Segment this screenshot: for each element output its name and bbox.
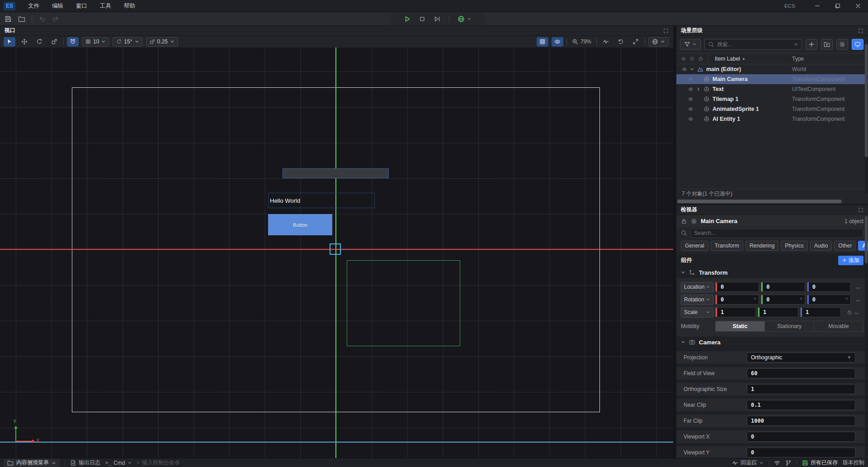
visibility-toggle-button[interactable] [552,37,563,47]
item-label-column[interactable]: Item Label▲ [715,56,745,62]
sprite-bar[interactable] [283,168,389,178]
console-command-input[interactable]: > 输入控制台命令 [137,459,180,467]
inspector-expand-icon[interactable] [858,207,863,213]
tab-rendering[interactable]: Rendering [745,241,778,251]
menu-帮助[interactable]: 帮助 [118,0,142,12]
output-log-button[interactable]: 输出日志 [70,459,100,467]
rotation-x-input[interactable]: 0° [715,295,759,305]
scale-x-input[interactable]: 1 [715,307,756,317]
mobility-movable[interactable]: Movable [814,321,863,331]
viewport-globe-dropdown[interactable] [648,37,669,47]
menu-工具[interactable]: 工具 [94,0,118,12]
scale-y-input[interactable]: 1 [758,307,798,317]
viewport-expand-icon[interactable] [663,28,669,33]
menu-编辑[interactable]: 编辑 [46,0,70,12]
tab-physics[interactable]: Physics [781,241,807,251]
hierarchy-search-input[interactable]: 搜索... [704,39,802,50]
link-values-icon[interactable]: ↔ [854,309,860,316]
minimize-button[interactable] [807,0,827,12]
traceback-dropdown[interactable]: 回追踪 [732,459,764,467]
type-column[interactable]: Type [792,56,804,62]
menu-窗口[interactable]: 窗口 [70,0,94,12]
scale-tool-button[interactable] [48,37,60,47]
platform-dropdown[interactable] [458,15,472,23]
menu-文件[interactable]: 文件 [22,0,46,12]
viewport-y-input[interactable]: 0 [747,448,855,457]
branch-button[interactable] [785,460,792,466]
add-folder-button[interactable] [821,39,833,50]
projection-select[interactable]: Orthographic▼ [747,353,855,362]
lock-icon[interactable] [681,218,687,224]
grid-toggle-button[interactable] [537,37,548,47]
location-x-input[interactable]: 0 [715,282,759,292]
tab-audio[interactable]: Audio [810,241,832,251]
text-entity[interactable]: Hello World [268,193,375,208]
hierarchy-row-main-camera[interactable]: Main CameraTransformComponent [676,74,865,84]
inspector-search-input[interactable]: Search... [690,229,863,238]
save-icon[interactable] [5,15,12,23]
viewport-x-input[interactable]: 0 [747,432,855,442]
filter-dropdown[interactable] [680,39,701,50]
maximize-button[interactable] [827,0,848,12]
star-column-icon[interactable] [689,56,695,62]
snap-toggle-button[interactable] [67,37,79,47]
mobility-static[interactable]: Static [716,321,765,331]
scale-z-input[interactable]: 1 [800,307,841,317]
location-z-input[interactable]: 0 [807,282,851,292]
rotation-y-input[interactable]: 0° [761,295,805,305]
rotation-dropdown[interactable]: Rotation [681,295,713,305]
rotate-snap-dropdown[interactable]: 15° [113,37,142,47]
visibility-eye-icon[interactable] [682,67,690,72]
zoom-level-control[interactable]: 79% [570,38,593,45]
step-button[interactable] [434,15,441,23]
visibility-eye-icon[interactable] [688,106,696,112]
rotate-tool-button[interactable] [33,37,45,47]
visibility-eye-icon[interactable] [688,76,696,82]
hierarchy-row-text[interactable]: TextUITextComponent [676,84,865,94]
open-folder-icon[interactable] [18,15,25,23]
near-clip-input[interactable]: 0.1 [747,400,855,410]
hierarchy-vertical-scrollbar[interactable] [865,44,868,193]
tab-transform[interactable]: Transform [711,241,743,251]
link-values-icon[interactable]: ↔ [855,284,861,291]
hierarchy-settings-button[interactable] [836,39,848,50]
hierarchy-row-ai-entity-1[interactable]: AI Entity 1TransformComponent [676,114,865,124]
app-logo[interactable]: ES [4,2,15,10]
link-values-icon[interactable]: ↔ [855,296,861,303]
display-mode-button[interactable] [852,39,863,50]
grid-snap-dropdown[interactable]: 10 [82,37,109,47]
location-dropdown[interactable]: Location [681,282,713,292]
hierarchy-expand-icon[interactable] [858,28,863,33]
selection-gizmo[interactable] [330,243,341,255]
content-drawer-button[interactable]: 内容侧滑菜单 [4,459,60,467]
add-entity-button[interactable] [806,39,817,50]
visibility-eye-icon[interactable] [688,116,696,122]
tab-general[interactable]: General [681,241,708,251]
field-of-view-input[interactable]: 60 [747,368,855,378]
fullscreen-button[interactable] [630,37,642,47]
add-component-button[interactable]: 添加 [838,256,863,265]
orthographic-size-input[interactable]: 1 [747,384,855,394]
visibility-eye-icon[interactable] [688,86,696,92]
select-tool-button[interactable] [4,37,15,47]
close-button[interactable] [848,0,868,12]
lock-column-icon[interactable] [698,56,703,62]
location-y-input[interactable]: 0 [761,282,805,292]
camera-section-header[interactable]: Camera [676,337,868,348]
button-entity[interactable]: Button [268,214,332,235]
scale-snap-dropdown[interactable]: 0.25 [146,37,178,47]
chevron-right-icon[interactable] [696,87,703,91]
mobility-stationary[interactable]: Stationary [765,321,814,331]
hierarchy-row-main-editor[interactable]: main (Editor)World [676,64,865,74]
inspector-vertical-scrollbar[interactable] [865,216,868,457]
hierarchy-row-animatedsprite-1[interactable]: AnimatedSprite 1TransformComponent [676,104,865,114]
transform-section-header[interactable]: Transform [676,267,868,278]
rotation-z-input[interactable]: 0° [807,295,851,305]
stop-button[interactable] [419,16,425,22]
stats-button[interactable] [600,37,612,47]
gear-icon[interactable] [691,218,697,224]
redo-icon[interactable] [52,15,59,23]
hierarchy-row-tilemap-1[interactable]: Tilemap 1TransformComponent [676,94,865,104]
cmd-dropdown[interactable]: >_ Cmd [105,460,132,466]
undo-icon[interactable] [38,15,46,23]
